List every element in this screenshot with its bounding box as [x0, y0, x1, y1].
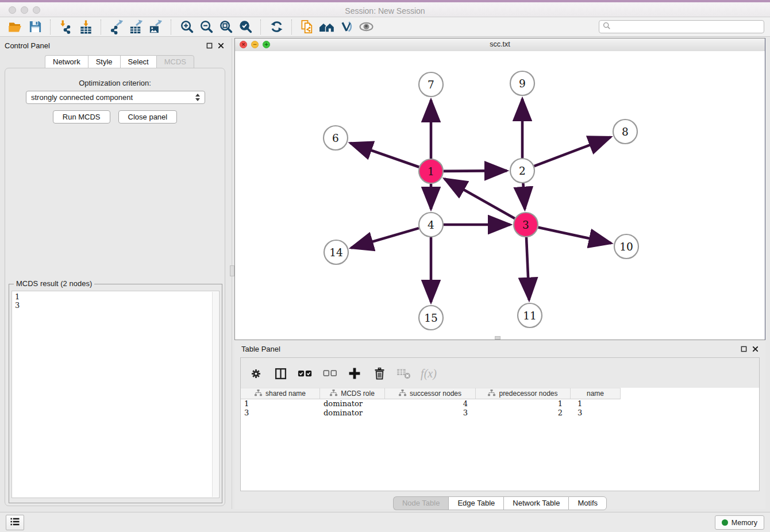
tab-motifs[interactable]: Motifs [568, 496, 607, 510]
graph-node-label-1: 1 [428, 165, 434, 178]
toolbar-separator [50, 20, 51, 34]
window-title: Session: New Session [0, 5, 770, 17]
graph-node-label-15: 15 [424, 312, 438, 324]
apply-layout-icon[interactable] [267, 18, 286, 36]
network-overview-icon[interactable] [317, 18, 337, 36]
table-header-row: shared nameMCDS rolesuccessor nodesprede… [241, 388, 759, 399]
clone-network-icon[interactable] [298, 18, 317, 36]
table-cell[interactable]: 3 [571, 408, 621, 418]
table-settings-icon[interactable] [248, 365, 264, 381]
network-window-titlebar: × − + scc.txt [235, 38, 765, 52]
tab-select[interactable]: Select [120, 55, 156, 68]
table-cell[interactable]: 2 [476, 408, 571, 418]
network-graph: 1234678910111415 [235, 51, 765, 340]
canvas-scrollbar-thumb[interactable] [495, 336, 500, 340]
tree-icon [255, 390, 262, 398]
close-panel-button[interactable]: Close panel [118, 110, 178, 124]
import-table-icon[interactable] [76, 18, 95, 36]
export-image-icon[interactable] [146, 18, 165, 36]
table-row[interactable]: 3dominator323 [241, 408, 759, 418]
tab-network-table[interactable]: Network Table [503, 496, 568, 510]
table-cell[interactable]: 1 [241, 399, 320, 408]
toolbar-separator [101, 20, 102, 34]
network-canvas[interactable]: 1234678910111415 [235, 51, 765, 340]
main-toolbar [0, 17, 770, 37]
hide-graphics-details-icon[interactable] [337, 18, 356, 36]
table-cell[interactable]: 1 [571, 399, 621, 408]
control-panel: Control Panel NetworkStyleSelectMCDS Opt… [0, 38, 230, 511]
graph-edge-3-1[interactable] [445, 179, 515, 218]
column-header-name[interactable]: name [571, 388, 621, 399]
zoom-fit-icon[interactable] [216, 18, 236, 36]
column-header-successor-nodes[interactable]: successor nodes [385, 388, 476, 399]
table-tabs: Node TableEdge TableNetwork TableMotifs [234, 496, 765, 510]
delete-row-icon[interactable] [371, 365, 387, 381]
tab-node-table[interactable]: Node Table [393, 496, 449, 510]
column-header-predecessor-nodes[interactable]: predecessor nodes [476, 388, 571, 399]
import-network-icon[interactable] [56, 18, 76, 36]
tab-mcds[interactable]: MCDS [156, 55, 194, 68]
open-session-icon[interactable] [6, 18, 25, 36]
graph-node-label-9: 9 [519, 78, 526, 90]
graph-edge-2-3[interactable] [523, 183, 525, 209]
table-panel: Table Panel f(x) shared nameMCDS rolesuc… [234, 340, 765, 509]
graph-edge-3-10[interactable] [538, 228, 611, 244]
graph-edge-1-6[interactable] [350, 143, 419, 167]
close-table-panel-icon[interactable] [752, 345, 759, 354]
deselect-all-columns-icon[interactable] [322, 365, 338, 381]
float-table-panel-icon[interactable] [741, 345, 747, 354]
criterion-select[interactable]: strongly connected component [26, 91, 205, 104]
memory-label: Memory [732, 519, 757, 527]
mcds-result-text[interactable]: 1 3 [11, 291, 220, 498]
table-cell[interactable]: dominator [320, 399, 385, 408]
search-input[interactable] [613, 22, 760, 32]
graph-node-label-8: 8 [622, 126, 629, 138]
table-panel-body: f(x) shared nameMCDS rolesuccessor nodes… [240, 357, 760, 491]
close-panel-icon[interactable] [218, 42, 224, 51]
table-cell[interactable]: 1 [476, 399, 571, 408]
zoom-out-icon[interactable] [197, 18, 216, 36]
export-network-icon[interactable] [107, 18, 126, 36]
tree-icon [330, 390, 337, 398]
column-header-shared-name[interactable]: shared name [241, 388, 320, 399]
table-cell[interactable]: 3 [385, 408, 476, 418]
select-spinner-icon [195, 94, 200, 101]
control-panel-tabs: NetworkStyleSelectMCDS [45, 55, 194, 68]
table-cell[interactable]: dominator [320, 408, 385, 418]
tab-style[interactable]: Style [88, 55, 120, 68]
graph-node-label-11: 11 [523, 310, 537, 322]
save-session-icon[interactable] [25, 18, 45, 36]
table-toolbar: f(x) [248, 361, 437, 385]
run-mcds-button[interactable]: Run MCDS [53, 110, 110, 124]
toolbar-separator [291, 20, 292, 34]
graph-edge-3-11[interactable] [526, 237, 529, 300]
table-cell[interactable]: 3 [241, 408, 320, 418]
graph-node-label-3: 3 [522, 219, 529, 231]
function-builder-icon: f(x) [421, 365, 437, 381]
column-header-MCDS-role[interactable]: MCDS role [320, 388, 385, 399]
table-row[interactable]: 1dominator411 [241, 399, 759, 408]
memory-button[interactable]: Memory [715, 515, 764, 530]
table-cell[interactable]: 4 [385, 399, 476, 408]
mcds-result-group: MCDS result (2 nodes) 1 3 [9, 284, 222, 503]
graph-node-label-10: 10 [619, 241, 633, 253]
memory-status-icon [722, 519, 728, 526]
graph-edge-1-2[interactable] [444, 171, 507, 171]
zoom-selected-icon[interactable] [236, 18, 255, 36]
result-scrollbar[interactable] [212, 292, 218, 497]
select-all-columns-icon[interactable] [297, 365, 313, 381]
add-row-icon[interactable] [346, 365, 363, 381]
tab-edge-table[interactable]: Edge Table [448, 496, 503, 510]
task-history-button[interactable] [6, 515, 24, 530]
graph-edge-4-14[interactable] [351, 228, 419, 248]
float-panel-icon[interactable] [206, 42, 213, 51]
graph-edge-2-8[interactable] [534, 137, 611, 167]
zoom-in-icon[interactable] [177, 18, 197, 36]
show-graphics-details-icon[interactable] [356, 18, 376, 36]
splitter-handle[interactable] [230, 265, 234, 276]
search-icon [603, 22, 611, 32]
tab-network[interactable]: Network [45, 55, 88, 68]
control-panel-title: Control Panel [5, 41, 50, 50]
split-panel-icon[interactable] [272, 365, 288, 381]
export-table-icon[interactable] [126, 18, 146, 36]
